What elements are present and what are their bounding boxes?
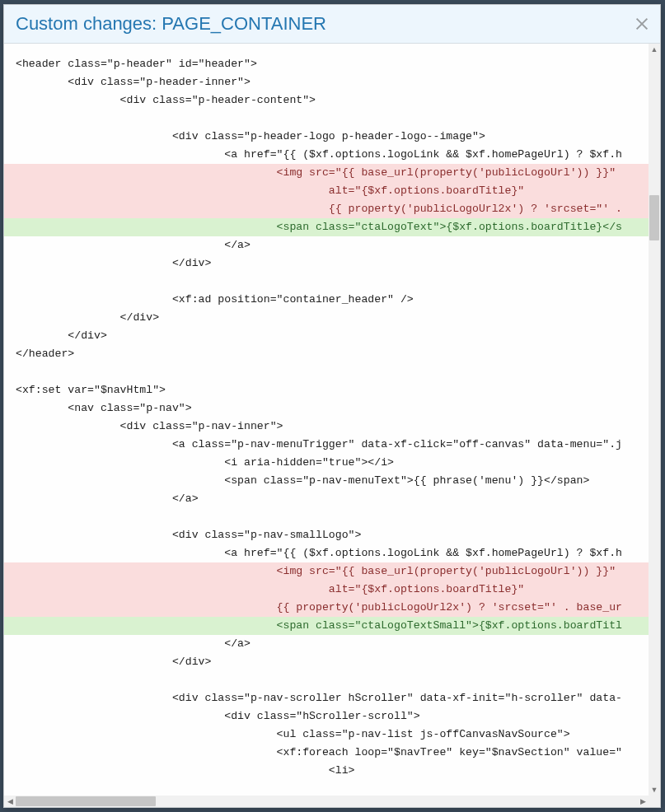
code-line: <header class="p-header" id="header"> bbox=[4, 55, 649, 73]
code-line bbox=[4, 508, 649, 526]
scroll-left-arrow-icon[interactable]: ◀ bbox=[4, 796, 16, 807]
diff-added-line: <span class="ctaLogoText">{$xf.options.b… bbox=[4, 218, 649, 236]
code-viewport: <header class="p-header" id="header"> <d… bbox=[4, 44, 649, 796]
code-line: <a href="{{ ($xf.options.logoLink && $xf… bbox=[4, 146, 649, 164]
code-line: <div class="hScroller-scroll"> bbox=[4, 707, 649, 726]
code-line: </a> bbox=[4, 490, 649, 508]
code-line: </div> bbox=[4, 653, 649, 671]
diff-removed-line: <img src="{{ base_url(property('publicLo… bbox=[4, 562, 649, 581]
code-line: <a class="p-nav-menuTrigger" data-xf-cli… bbox=[4, 436, 649, 454]
modal-titlebar: Custom changes: PAGE_CONTAINER bbox=[4, 5, 660, 44]
code-line: <i aria-hidden="true"></i> bbox=[4, 454, 649, 472]
code-line: <ul class="p-nav-list js-offCanvasNavSou… bbox=[4, 726, 649, 744]
diff-removed-line: {{ property('publicLogoUrl2x') ? 'srcset… bbox=[4, 200, 649, 218]
close-icon[interactable] bbox=[635, 17, 649, 30]
diff-removed-line: alt="{$xf.options.boardTitle}" bbox=[4, 581, 649, 599]
code-line: </div> bbox=[4, 254, 649, 273]
modal-overlay: Custom changes: PAGE_CONTAINER <header c… bbox=[3, 4, 661, 808]
diff-added-line: <span class="ctaLogoTextSmall">{$xf.opti… bbox=[4, 617, 649, 635]
code-line: <div class="p-header-content"> bbox=[4, 91, 649, 110]
vertical-scrollbar[interactable]: ▲ ▼ bbox=[649, 44, 660, 796]
code-line: </div> bbox=[4, 309, 649, 327]
code-line: <span class="p-nav-menuText">{{ phrase('… bbox=[4, 472, 649, 490]
code-line: <xf:set var="$navHtml"> bbox=[4, 381, 649, 399]
code-line: <xf:foreach loop="$navTree" key="$navSec… bbox=[4, 744, 649, 762]
horizontal-scroll-track[interactable] bbox=[16, 796, 637, 807]
scroll-down-arrow-icon[interactable]: ▼ bbox=[649, 784, 660, 796]
code-line: <xf:ad position="container_header" /> bbox=[4, 291, 649, 309]
modal-title: Custom changes: PAGE_CONTAINER bbox=[16, 13, 635, 35]
diff-removed-line: {{ property('publicLogoUrl2x') ? 'srcset… bbox=[4, 599, 649, 617]
scrollbar-corner bbox=[649, 796, 660, 807]
code-line bbox=[4, 110, 649, 128]
code-line: </a> bbox=[4, 236, 649, 254]
scroll-right-arrow-icon[interactable]: ▶ bbox=[637, 796, 649, 807]
code-line bbox=[4, 273, 649, 291]
horizontal-scroll-thumb[interactable] bbox=[16, 796, 156, 806]
code-line: <div class="p-nav-smallLogo"> bbox=[4, 526, 649, 544]
modal-body: <header class="p-header" id="header"> <d… bbox=[4, 44, 660, 807]
code-line bbox=[4, 363, 649, 381]
vertical-scroll-track[interactable] bbox=[649, 55, 660, 784]
code-line: <nav class="p-nav"> bbox=[4, 399, 649, 418]
code-line: </header> bbox=[4, 345, 649, 363]
code-line: <div class="p-nav-scroller hScroller" da… bbox=[4, 689, 649, 707]
vertical-scroll-thumb[interactable] bbox=[649, 195, 659, 240]
diff-removed-line: <img src="{{ base_url(property('publicLo… bbox=[4, 164, 649, 182]
scroll-up-arrow-icon[interactable]: ▲ bbox=[649, 44, 660, 55]
code-line: <a href="{{ ($xf.options.logoLink && $xf… bbox=[4, 544, 649, 562]
code-line: <div class="p-nav-inner"> bbox=[4, 418, 649, 436]
code-line: </a> bbox=[4, 635, 649, 653]
diff-removed-line: alt="{$xf.options.boardTitle}" bbox=[4, 182, 649, 200]
horizontal-scrollbar[interactable]: ◀ ▶ bbox=[4, 796, 649, 807]
code-line: <div class="p-header-logo p-header-logo-… bbox=[4, 128, 649, 146]
code-line: <li> bbox=[4, 762, 649, 780]
code-line bbox=[4, 671, 649, 689]
diff-code-block: <header class="p-header" id="header"> <d… bbox=[4, 55, 649, 780]
code-line: </div> bbox=[4, 327, 649, 345]
code-line: <div class="p-header-inner"> bbox=[4, 73, 649, 91]
